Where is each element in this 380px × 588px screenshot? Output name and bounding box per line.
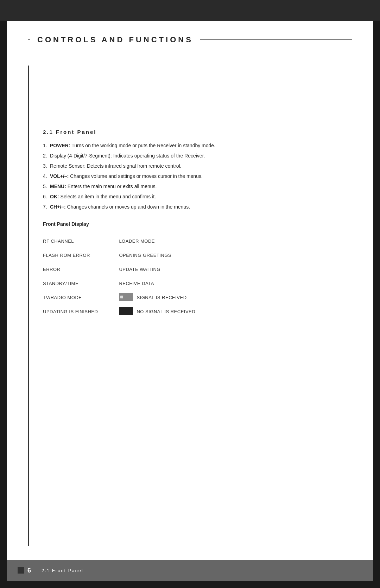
main-content: CONTROLS AND FUNCTIONS 2.1 Front Panel 1…	[7, 21, 373, 560]
page-header: CONTROLS AND FUNCTIONS	[28, 35, 352, 44]
list-item: 3.Remote Sensor: Detects infrared signal…	[43, 162, 352, 170]
display-table: RF CHANNELFLASH ROM ERRORERRORSTANDBY/TI…	[43, 234, 352, 318]
left-display-col: RF CHANNELFLASH ROM ERRORERRORSTANDBY/TI…	[43, 234, 98, 318]
left-border-container: 2.1 Front Panel 1.POWER: Turns on the wo…	[28, 66, 352, 546]
display-left-row: FLASH ROM ERROR	[43, 248, 98, 262]
display-left-row: UPDATING IS FINISHED	[43, 304, 98, 318]
list-item: 1.POWER: Turns on the working mode or pu…	[43, 142, 352, 149]
display-left-row: RF CHANNEL	[43, 234, 98, 248]
footer-page-indicator: 6 2.1 Front Panel	[18, 567, 83, 574]
section-title: 2.1 Front Panel	[43, 129, 352, 135]
header-line-right	[200, 39, 352, 40]
header-line-left	[28, 39, 30, 40]
list-item: 6.OK: Selects an item in the menu and co…	[43, 193, 352, 200]
content-area: 2.1 Front Panel 1.POWER: Turns on the wo…	[43, 66, 352, 546]
left-border	[28, 66, 29, 546]
page-title: CONTROLS AND FUNCTIONS	[37, 35, 193, 44]
signal-on-indicator	[119, 293, 133, 302]
display-right-row: OPENING GREETINGS	[119, 248, 195, 262]
signal-off-indicator	[119, 307, 133, 316]
display-right-row: LOADER MODE	[119, 234, 195, 248]
display-left-row: STANDBY/TIME	[43, 276, 98, 290]
numbered-list: 1.POWER: Turns on the working mode or pu…	[43, 142, 352, 211]
footer-bar: 6 2.1 Front Panel	[7, 560, 373, 581]
display-right-row: UPDATE WAITING	[119, 262, 195, 276]
list-item: 4.VOL+/–: Changes volume and settings or…	[43, 173, 352, 180]
footer-page-number: 6	[27, 567, 31, 574]
bottom-bar	[0, 581, 380, 588]
right-display-col: LOADER MODEOPENING GREETINGSUPDATE WAITI…	[119, 234, 195, 318]
display-left-row: TV/RADIO MODE	[43, 290, 98, 304]
list-item: 7.CH+/–: Changes channels or moves up an…	[43, 203, 352, 211]
subsection-title: Front Panel Display	[43, 221, 352, 227]
footer-section-label: 2.1 Front Panel	[42, 568, 83, 573]
footer-square-icon	[18, 567, 24, 574]
display-right-row: NO SIGNAL IS RECEIVED	[119, 304, 195, 318]
display-right-row: SIGNAL IS RECEIVED	[119, 290, 195, 304]
list-item: 5.MENU: Enters the main menu or exits al…	[43, 183, 352, 190]
list-item: 2.Display (4-Digit/7-Segment): Indicates…	[43, 152, 352, 160]
top-bar	[0, 0, 380, 21]
display-right-row: RECEIVE DATA	[119, 276, 195, 290]
display-left-row: ERROR	[43, 262, 98, 276]
